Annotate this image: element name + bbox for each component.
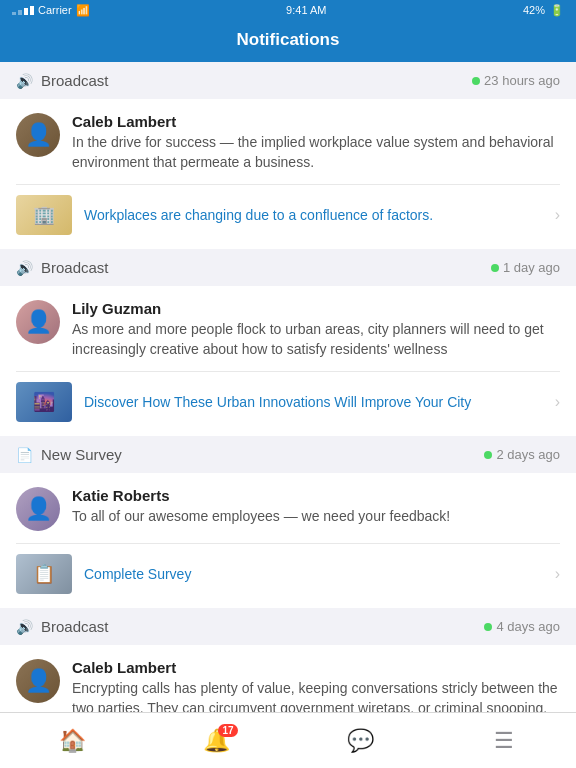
- notif-top-caleb-2: 👤 Caleb Lambert Encrypting calls has ple…: [16, 659, 560, 718]
- battery-icon: 🔋: [550, 4, 564, 17]
- tab-menu[interactable]: ☰: [432, 713, 576, 768]
- broadcast-icon-2: 🔊: [16, 260, 33, 276]
- link-text-city: Discover How These Urban Innovations Wil…: [84, 393, 547, 411]
- notif-top-lily: 👤 Lily Guzman As more and more people fl…: [16, 300, 560, 359]
- link-row-city[interactable]: 🌆 Discover How These Urban Innovations W…: [16, 371, 560, 422]
- notification-card-katie: 👤 Katie Roberts To all of our awesome em…: [0, 473, 576, 608]
- section-header-survey-1: 📄 New Survey 2 days ago: [0, 436, 576, 473]
- status-left: Carrier 📶: [12, 4, 90, 17]
- notifications-content: 🔊 Broadcast 23 hours ago 👤 Caleb Lambert…: [0, 62, 576, 768]
- section-time-survey: 2 days ago: [484, 447, 560, 462]
- section-header-left-survey: 📄 New Survey: [16, 446, 122, 463]
- signal-icon: [12, 6, 34, 15]
- notif-text-caleb-1: In the drive for success — the implied w…: [72, 133, 560, 172]
- wifi-icon: 📶: [76, 4, 90, 17]
- section-time-broadcast-3: 4 days ago: [484, 619, 560, 634]
- notifications-badge-wrap: 🔔 17: [203, 728, 230, 754]
- notif-body-lily: Lily Guzman As more and more people floc…: [72, 300, 560, 359]
- broadcast-icon-3: 🔊: [16, 619, 33, 635]
- link-text-survey: Complete Survey: [84, 565, 547, 583]
- sender-name-katie: Katie Roberts: [72, 487, 560, 504]
- section-header-broadcast-2: 🔊 Broadcast 1 day ago: [0, 249, 576, 286]
- link-text-workplace: Workplaces are changing due to a conflue…: [84, 206, 547, 224]
- sender-name-lily: Lily Guzman: [72, 300, 560, 317]
- section-time-broadcast-2: 1 day ago: [491, 260, 560, 275]
- battery-label: 42%: [523, 4, 545, 16]
- survey-icon: 📄: [16, 447, 33, 463]
- link-row-survey[interactable]: 📋 Complete Survey ›: [16, 543, 560, 594]
- section-title-broadcast-2: Broadcast: [41, 259, 109, 276]
- notif-top-katie: 👤 Katie Roberts To all of our awesome em…: [16, 487, 560, 531]
- chevron-icon-survey: ›: [555, 565, 560, 583]
- time-label-survey: 2 days ago: [496, 447, 560, 462]
- sender-name-caleb-2: Caleb Lambert: [72, 659, 560, 676]
- chevron-icon-workplace: ›: [555, 206, 560, 224]
- green-dot-1: [472, 77, 480, 85]
- section-broadcast-1: 🔊 Broadcast 23 hours ago 👤 Caleb Lambert…: [0, 62, 576, 249]
- green-dot-2: [491, 264, 499, 272]
- time-label-broadcast-2: 1 day ago: [503, 260, 560, 275]
- section-broadcast-2: 🔊 Broadcast 1 day ago 👤 Lily Guzman As m…: [0, 249, 576, 436]
- section-title-broadcast-1: Broadcast: [41, 72, 109, 89]
- tab-home[interactable]: 🏠: [0, 713, 144, 768]
- link-thumbnail-workplace: 🏢: [16, 195, 72, 235]
- tab-chat[interactable]: 💬: [288, 713, 432, 768]
- avatar-caleb-2: 👤: [16, 659, 60, 703]
- notif-text-katie: To all of our awesome employees — we nee…: [72, 507, 560, 527]
- broadcast-icon-1: 🔊: [16, 73, 33, 89]
- carrier-label: Carrier: [38, 4, 72, 16]
- avatar-lily: 👤: [16, 300, 60, 344]
- tab-notifications[interactable]: 🔔 17: [144, 713, 288, 768]
- section-header-broadcast-3: 🔊 Broadcast 4 days ago: [0, 608, 576, 645]
- time-label: 9:41 AM: [286, 4, 326, 16]
- chat-icon: 💬: [347, 728, 374, 754]
- notif-body-katie: Katie Roberts To all of our awesome empl…: [72, 487, 560, 527]
- section-title-broadcast-3: Broadcast: [41, 618, 109, 635]
- green-dot-4: [484, 623, 492, 631]
- avatar-katie: 👤: [16, 487, 60, 531]
- green-dot-3: [484, 451, 492, 459]
- section-header-left: 🔊 Broadcast: [16, 72, 109, 89]
- link-thumbnail-survey: 📋: [16, 554, 72, 594]
- status-right: 42% 🔋: [523, 4, 564, 17]
- avatar-caleb-1: 👤: [16, 113, 60, 157]
- chevron-icon-city: ›: [555, 393, 560, 411]
- tab-bar: 🏠 🔔 17 💬 ☰: [0, 712, 576, 768]
- notification-card-lily: 👤 Lily Guzman As more and more people fl…: [0, 286, 576, 436]
- home-icon: 🏠: [59, 728, 86, 754]
- section-time-broadcast-1: 23 hours ago: [472, 73, 560, 88]
- notif-top-caleb-1: 👤 Caleb Lambert In the drive for success…: [16, 113, 560, 172]
- status-bar: Carrier 📶 9:41 AM 42% 🔋: [0, 0, 576, 20]
- time-label-broadcast-1: 23 hours ago: [484, 73, 560, 88]
- page-title: Notifications: [237, 30, 340, 49]
- notification-badge-count: 17: [218, 724, 237, 737]
- time-label-broadcast-3: 4 days ago: [496, 619, 560, 634]
- menu-icon: ☰: [494, 728, 514, 754]
- sender-name-caleb-1: Caleb Lambert: [72, 113, 560, 130]
- notif-body-caleb-1: Caleb Lambert In the drive for success —…: [72, 113, 560, 172]
- notification-card-caleb-1: 👤 Caleb Lambert In the drive for success…: [0, 99, 576, 249]
- notif-text-lily: As more and more people flock to urban a…: [72, 320, 560, 359]
- section-header-left-3: 🔊 Broadcast: [16, 618, 109, 635]
- link-thumbnail-city: 🌆: [16, 382, 72, 422]
- page-header: Notifications: [0, 20, 576, 62]
- link-row-workplace[interactable]: 🏢 Workplaces are changing due to a confl…: [16, 184, 560, 235]
- section-header-broadcast-1: 🔊 Broadcast 23 hours ago: [0, 62, 576, 99]
- notif-body-caleb-2: Caleb Lambert Encrypting calls has plent…: [72, 659, 560, 718]
- section-title-survey: New Survey: [41, 446, 122, 463]
- section-survey-1: 📄 New Survey 2 days ago 👤 Katie Roberts …: [0, 436, 576, 608]
- section-header-left-2: 🔊 Broadcast: [16, 259, 109, 276]
